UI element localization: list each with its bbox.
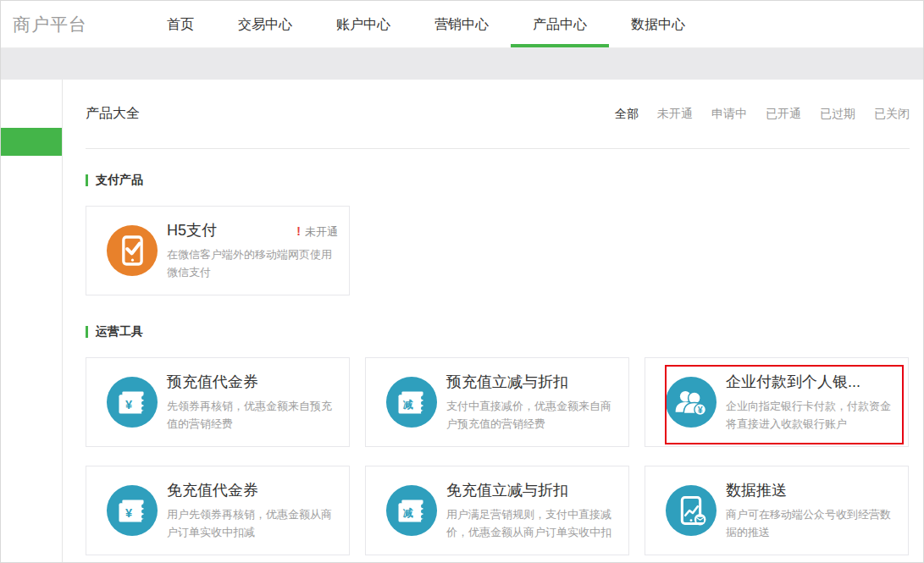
status-filter-bar: 全部 未开通 申请中 已开通 已过期 已关闭 (615, 107, 910, 122)
people-pay-icon: ¥ (665, 376, 717, 428)
section-marker (86, 326, 88, 338)
svg-text:¥: ¥ (125, 506, 133, 520)
coupon-yen-icon: ¥ (106, 376, 158, 428)
coupon-minus-icon: 减 (385, 376, 438, 428)
section-title-payment-products: 支付产品 (86, 173, 910, 188)
product-card-data-push[interactable]: 数据推送 商户可在移动端公众号收到经营数据的推送 (645, 466, 909, 555)
filter-expired[interactable]: 已过期 (820, 107, 855, 122)
page-header: 产品大全 全部 未开通 申请中 已开通 已过期 已关闭 (86, 80, 910, 149)
page-title: 产品大全 (86, 105, 140, 123)
filter-closed[interactable]: 已关闭 (874, 107, 910, 122)
platform-logo: 商户平台 (13, 1, 140, 47)
product-description: 商户可在移动端公众号收到经营数据的推送 (726, 505, 899, 541)
phone-check-icon (106, 224, 158, 277)
product-description: 在微信客户端外的移动端网页使用微信支付 (167, 246, 340, 281)
nav-item-trade-center[interactable]: 交易中心 (216, 1, 314, 47)
svg-text:减: 减 (402, 507, 413, 519)
product-description: 支付中直接减价，优惠金额来自商户预充值的营销经费 (446, 397, 619, 433)
filter-all[interactable]: 全部 (615, 107, 639, 122)
phone-chart-icon (665, 484, 717, 537)
nav-item-account-center[interactable]: 账户中心 (314, 1, 412, 47)
filter-applying[interactable]: 申请中 (711, 107, 747, 122)
operation-tools-grid: ¥ 预充值代金券 先领券再核销，优惠金额来自预充值的营销经费 减 (86, 357, 910, 555)
svg-text:减: 减 (402, 399, 413, 411)
sidebar-selected-item[interactable] (1, 128, 62, 156)
svg-text:¥: ¥ (125, 398, 133, 411)
product-card-h5-pay[interactable]: H5支付 !未开通 在微信客户端外的移动端网页使用微信支付 (86, 206, 350, 295)
product-card-enterprise-payment[interactable]: ¥ 企业付款到个人银... 企业向指定银行卡付款，付款资金将直接进入收款银行账户 (645, 357, 909, 447)
top-navbar: 商户平台 首页 交易中心 账户中心 营销中心 产品中心 数据中心 (1, 1, 923, 48)
svg-text:¥: ¥ (698, 405, 703, 415)
coupon-yen-icon: ¥ (106, 484, 158, 537)
product-card-prepaid-voucher[interactable]: ¥ 预充值代金券 先领券再核销，优惠金额来自预充值的营销经费 (86, 357, 350, 447)
product-description: 企业向指定银行卡付款，付款资金将直接进入收款银行账户 (726, 397, 899, 433)
product-card-prepaid-discount[interactable]: 减 预充值立减与折扣 支付中直接减价，优惠金额来自商户预充值的营销经费 (365, 357, 629, 447)
exclamation-icon: ! (296, 224, 301, 238)
nav-item-home[interactable]: 首页 (145, 1, 216, 47)
app-window: 商户平台 首页 交易中心 账户中心 营销中心 产品中心 数据中心 产品大全 全部… (0, 0, 924, 563)
sub-header-strip (1, 48, 923, 80)
product-description: 用户先领券再核销，优惠金额从商户订单实收中扣减 (167, 505, 340, 541)
product-description: 先领券再核销，优惠金额来自预充值的营销经费 (167, 397, 340, 433)
main-content: 产品大全 全部 未开通 申请中 已开通 已过期 已关闭 支付产品 (63, 80, 923, 562)
section-marker (86, 174, 88, 186)
product-title: H5支付 (167, 220, 217, 240)
product-title: 预充值代金券 (167, 372, 258, 392)
nav-item-marketing-center[interactable]: 营销中心 (412, 1, 511, 47)
payment-products-grid: H5支付 !未开通 在微信客户端外的移动端网页使用微信支付 (86, 206, 910, 295)
product-title: 数据推送 (726, 480, 787, 500)
filter-opened[interactable]: 已开通 (766, 107, 801, 122)
product-title: 免充值立减与折扣 (446, 480, 568, 500)
status-badge: !未开通 (296, 224, 340, 240)
main-nav: 首页 交易中心 账户中心 营销中心 产品中心 数据中心 (145, 1, 707, 47)
product-card-free-discount[interactable]: 减 免充值立减与折扣 用户满足营销规则，支付中直接减价，优惠金额从商户订单实收中… (365, 466, 629, 555)
product-description: 用户满足营销规则，支付中直接减价，优惠金额从商户订单实收中扣 (446, 505, 619, 541)
product-title: 预充值立减与折扣 (446, 372, 568, 392)
nav-item-data-center[interactable]: 数据中心 (609, 1, 707, 47)
filter-not-opened[interactable]: 未开通 (657, 107, 693, 122)
section-title-operation-tools: 运营工具 (86, 324, 910, 339)
product-card-free-voucher[interactable]: ¥ 免充值代金券 用户先领券再核销，优惠金额从商户订单实收中扣减 (86, 466, 350, 555)
product-title: 免充值代金券 (167, 480, 258, 500)
coupon-minus-icon: 减 (385, 484, 438, 537)
product-title: 企业付款到个人银... (726, 372, 860, 392)
left-sidebar (1, 80, 63, 562)
nav-item-product-center[interactable]: 产品中心 (511, 1, 609, 47)
